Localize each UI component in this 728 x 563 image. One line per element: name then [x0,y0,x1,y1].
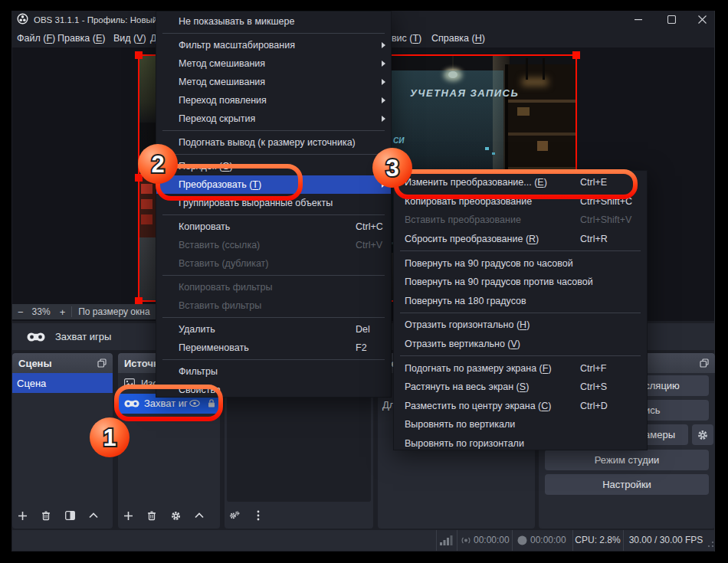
menubar-item[interactable]: Правка (E) [57,29,105,47]
close-button[interactable] [689,11,715,28]
scenes-toolbar [17,508,113,523]
sources-more-icon[interactable] [218,509,220,522]
studio-mode-button[interactable]: Режим студии [545,450,709,470]
submenu-arrow-icon [382,79,385,85]
signal-bars-icon [440,535,453,545]
zoom-level: 33% [32,306,51,317]
context-menu-item[interactable]: Фильтр масштабирования [156,36,391,54]
fps-indicator: 30.00 / 30.00 FPS [623,530,709,551]
context-menu-item[interactable]: Свойства [156,381,391,398]
menubar-item[interactable]: Справка (H) [431,29,485,47]
submenu-arrow-icon [382,42,385,48]
context-bar-source-name: Захват игры [55,331,111,342]
image-icon [124,378,135,388]
record-status-icon [517,535,527,545]
transform-submenu-item[interactable]: Растянуть на весь экран (S)Ctrl+S [394,378,647,397]
minimize-button[interactable] [625,11,651,28]
transform-submenu: Изменить преобразование... (E)Ctrl+EКопи… [393,170,648,450]
mixer-toolbar [229,508,264,523]
transform-submenu-item[interactable]: Сбросить преобразование (R)Ctrl+R [394,230,647,249]
transform-submenu-item[interactable]: Подогнать по размеру экрана (F)Ctrl+F [394,358,647,378]
zoom-in-button[interactable]: + [60,306,66,318]
transform-submenu-item[interactable]: Повернуть на 180 градусов [394,292,647,311]
sources-toolbar [123,508,220,523]
preview-zoom-bar: − 33% + По размеру окна [12,304,158,319]
context-menu-item[interactable]: Не показывать в микшере [156,12,391,31]
gamepad-icon [124,400,139,408]
submenu-arrow-icon [382,61,385,67]
visibility-eye-icon[interactable] [189,400,200,407]
fit-to-window-button[interactable]: По размеру окна [78,306,149,317]
menubar-item[interactable]: Файл (F) [17,29,55,47]
context-menu-item[interactable]: Фильтры [156,362,391,381]
stream-time: 00:00:00 [474,530,510,551]
zoom-out-button[interactable]: − [18,306,24,318]
context-menu-item[interactable]: Переход появления [156,91,391,110]
transform-submenu-separator [400,355,641,356]
mixer-adv-audio-icon[interactable] [229,509,240,522]
settings-button[interactable]: Настройки [545,474,709,495]
context-menu-item[interactable]: КопироватьCtrl+C [156,218,391,236]
scenes-move-up-icon[interactable] [88,509,99,522]
gamepad-icon [27,332,45,342]
context-menu-separator [162,130,385,131]
scene-list-item[interactable]: Сцена [12,373,113,393]
context-menu-separator [162,33,385,34]
scenes-filters-icon[interactable] [64,509,75,522]
transform-submenu-item[interactable]: Отразить вертикально (V) [394,335,647,354]
context-menu-item[interactable]: ПереименоватьF2 [156,339,391,357]
transform-submenu-item[interactable]: Выровнять по горизонтали [394,434,647,450]
context-menu-item[interactable]: Метод смешивания [156,54,391,73]
transform-submenu-item[interactable]: Копировать преобразованиеCtrl+Shift+C [394,192,647,211]
sources-move-up-icon[interactable] [194,509,205,522]
selection-handle[interactable] [135,174,143,182]
dock-popout-icon[interactable] [97,358,107,368]
context-menu-separator [162,214,385,215]
dock-popout-icon[interactable] [700,358,709,368]
context-menu-item[interactable]: Порядок (O) [156,157,391,175]
scenes-more-icon[interactable] [112,509,113,522]
transform-submenu-item[interactable]: Вставить преобразованиеCtrl+Shift+V [394,211,647,230]
source-context-menu: Не показывать в микшереФильтр масштабиро… [156,11,392,398]
context-menu-item[interactable]: Подогнать вывод (к размеру источника) [156,133,391,152]
context-menu-separator [162,317,385,318]
sources-add-icon[interactable] [123,509,133,522]
lock-icon[interactable] [208,399,215,408]
transform-submenu-item[interactable]: Повернуть на 90 градусов против часовой [394,273,647,292]
context-menu-separator [162,154,385,155]
submenu-arrow-icon [382,182,385,188]
scenes-add-icon[interactable] [17,509,28,522]
transform-submenu-item[interactable]: Разместить по центру экрана (C)Ctrl+D [394,397,647,416]
transform-submenu-item[interactable]: Выровнять по вертикали [394,415,647,434]
record-time: 00:00:00 [530,530,566,551]
context-menu-item[interactable]: Вставить фильтры [156,296,391,315]
context-menu-item[interactable]: Переход скрытия [156,110,391,128]
gear-icon [697,430,708,440]
context-menu-item[interactable]: Метод смешивания [156,73,391,91]
context-menu-separator [162,359,385,360]
resize-grip[interactable] [707,541,714,548]
selection-handle[interactable] [572,51,580,59]
transform-submenu-item[interactable]: Изменить преобразование... (E)Ctrl+E [394,173,647,192]
stream-status-icon [461,535,471,545]
mixer-more-icon[interactable] [253,509,264,522]
screen: OBS 31.1.1 - Профиль: Новый - Сц Файл (F… [0,0,728,563]
menubar-item[interactable]: Вид (V) [113,29,146,47]
selection-handle[interactable] [135,51,143,59]
context-menu-item[interactable]: УдалитьDel [156,320,391,339]
context-menu-item[interactable]: Вставить (дубликат) [156,254,391,273]
context-menu-item[interactable]: Вставить (ссылка)Ctrl+V [156,236,391,254]
sources-remove-icon[interactable] [146,509,157,522]
scenes-remove-icon[interactable] [41,509,51,522]
sources-properties-icon[interactable] [170,509,181,522]
context-menu-item[interactable]: Преобразовать (T) [156,175,391,194]
transform-submenu-item[interactable]: Отразить горизонтально (H) [394,316,647,335]
context-menu-item[interactable]: Копировать фильтры [156,278,391,296]
submenu-arrow-icon [382,97,385,103]
transform-submenu-separator [400,250,641,251]
context-menu-separator [162,275,385,276]
maximize-button[interactable] [658,11,684,28]
context-menu-item[interactable]: Группировать выбранные объекты [156,194,391,212]
transform-submenu-item[interactable]: Повернуть на 90 градусов по часовой [394,254,647,273]
virtual-camera-settings-button[interactable] [692,424,713,445]
